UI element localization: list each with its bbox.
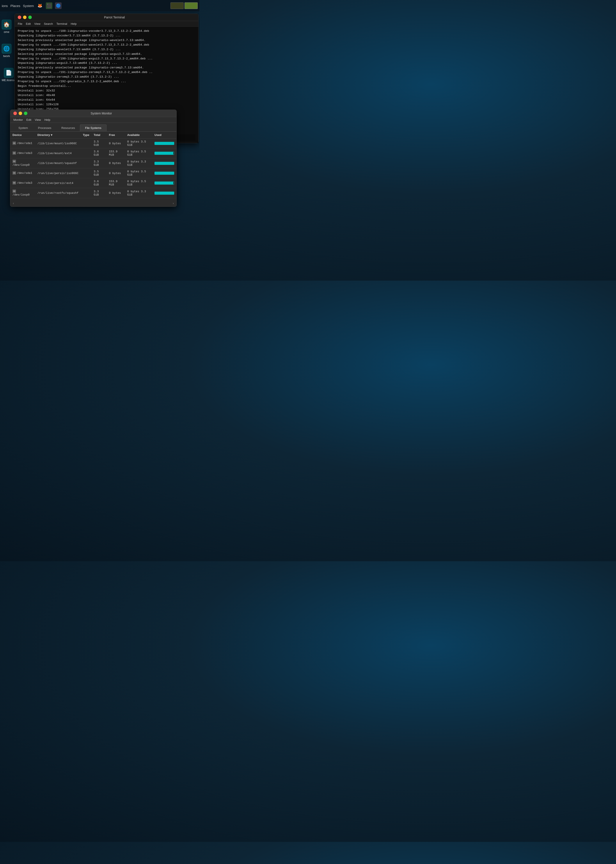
- cell-type: [81, 158, 91, 168]
- menu-view[interactable]: View: [34, 22, 40, 25]
- menu-terminal[interactable]: Terminal: [57, 22, 67, 25]
- sysmon-titlebar: System Monitor: [10, 110, 176, 117]
- sysmon-menubar: Monitor Edit View Help: [10, 117, 176, 123]
- sysmon-minimize-button[interactable]: [19, 112, 22, 115]
- minimize-button[interactable]: [23, 16, 27, 19]
- cell-used: [152, 168, 176, 178]
- terminal-line: Unpacking libgnuradio-wavelet3.7.13:amd6…: [18, 47, 195, 52]
- cell-total: 3.6 GiB: [91, 178, 107, 188]
- terminal-line: Unpacking libgnuradio-zeromq3.7.13:amd64…: [18, 75, 195, 79]
- tab-processes[interactable]: Processes: [33, 124, 56, 131]
- terminal-line: Uninstall icon: 64x64: [18, 98, 195, 102]
- terminal-line: Unpacking libgnuradio-vocoder3.7.13:amd6…: [18, 33, 195, 38]
- cell-directory: /run/live/persis!iso966C: [35, 168, 81, 178]
- cell-directory: /run/live/rootfs/squashf: [35, 188, 81, 198]
- terminal-line: Uninstall icon: 48x48: [18, 93, 195, 98]
- desktop-icon-home[interactable]: 🏠 ome: [2, 20, 11, 33]
- taskbar-label-system[interactable]: System: [23, 4, 34, 8]
- col-directory[interactable]: Directory ▾: [35, 132, 81, 138]
- sysmon-maximize-button[interactable]: [24, 112, 27, 115]
- cell-device: /dev/sda3: [10, 148, 35, 158]
- col-used: Used: [152, 132, 176, 138]
- taskbar-label-places[interactable]: Places: [11, 4, 20, 8]
- terminal-line: Selecting previously unselected package …: [18, 38, 195, 43]
- col-total: Total: [91, 132, 107, 138]
- table-row: /dev/sda3/lib/live/mount/ext43.6 GiB153.…: [10, 148, 176, 158]
- file-icon-label: ME.license: [2, 79, 16, 82]
- terminal-line: Selecting previously unselected package …: [18, 66, 195, 70]
- scroll-right[interactable]: ›: [173, 202, 174, 205]
- menu-search[interactable]: Search: [44, 22, 53, 25]
- col-free: Free: [107, 132, 125, 138]
- menu-help[interactable]: Help: [71, 22, 77, 25]
- cell-used: [152, 188, 176, 198]
- cell-used: [152, 158, 176, 168]
- applet-taskbar-icon[interactable]: 🔵: [55, 2, 61, 9]
- taskbar-label-ions[interactable]: ions: [2, 4, 8, 8]
- sysmon-window: System Monitor Monitor Edit View Help Sy…: [10, 110, 177, 207]
- table-body: /dev/sda1/lib/live/mount/iso966C3.5 GiB0…: [10, 138, 176, 198]
- table-row: /dev/loop0/run/live/rootfs/squashf3.3 Gi…: [10, 188, 176, 198]
- sysmon-menu-monitor[interactable]: Monitor: [13, 118, 23, 121]
- cell-type: [81, 188, 91, 198]
- sysmon-scrollbar: ‹ ›: [10, 200, 176, 206]
- sysmon-menu-edit[interactable]: Edit: [26, 118, 31, 121]
- table-header: Device Directory ▾ Type Total Free Avail…: [10, 132, 176, 138]
- table-row: /dev/sda1/lib/live/mount/iso966C3.5 GiB0…: [10, 138, 176, 148]
- home-icon-label: ome: [4, 30, 9, 33]
- sysmon-close-button[interactable]: [13, 112, 17, 115]
- terminal-line: Preparing to unpack .../192-gnuradio_3.7…: [18, 79, 195, 84]
- sysmon-menu-view[interactable]: View: [35, 118, 41, 121]
- cell-directory: /lib/live/mount/squashf: [35, 158, 81, 168]
- tab-resources[interactable]: Resources: [56, 124, 80, 131]
- desktop-icon-file[interactable]: 📄 ME.license: [2, 68, 16, 82]
- terminal-taskbar-icon[interactable]: ⬛: [46, 2, 52, 9]
- sysmon-menu-help[interactable]: Help: [44, 118, 50, 121]
- cell-device: /dev/sda3: [10, 178, 35, 188]
- cell-total: 3.6 GiB: [91, 148, 107, 158]
- cell-total: 3.5 GiB: [91, 138, 107, 148]
- file-icon: 📄: [4, 68, 14, 78]
- firefox-icon[interactable]: 🦊: [36, 2, 43, 9]
- cell-used: [152, 148, 176, 158]
- terminal-line: Uninstall icon: 32x32: [18, 88, 195, 93]
- cell-total: 3.5 GiB: [91, 168, 107, 178]
- menu-file[interactable]: File: [18, 22, 22, 25]
- cell-available: 0 bytes 3.3 GiB: [125, 158, 152, 168]
- cell-device: /dev/loop0: [10, 188, 35, 198]
- terminal-line: Selecting previously unselected package …: [18, 52, 195, 57]
- terminal-menubar: File Edit View Search Terminal Help: [15, 21, 198, 27]
- cell-directory: /lib/live/mount/ext4: [35, 148, 81, 158]
- table-row: /dev/sda1/run/live/persis!iso966C3.5 GiB…: [10, 168, 176, 178]
- cell-type: [81, 138, 91, 148]
- cell-available: 0 bytes 3.5 GiB: [125, 138, 152, 148]
- tab-system[interactable]: System: [13, 124, 33, 131]
- cell-free: 0 bytes: [107, 188, 125, 198]
- cell-used: [152, 178, 176, 188]
- audio-widget: [170, 2, 184, 9]
- cell-free: 0 bytes: [107, 158, 125, 168]
- cell-device: /dev/sda1: [10, 138, 35, 148]
- desktop-icon-network[interactable]: 🌐 twork: [2, 44, 11, 58]
- cell-free: 153.9 MiB: [107, 178, 125, 188]
- terminal-titlebar: Parrot Terminal: [15, 14, 198, 21]
- cell-type: [81, 178, 91, 188]
- tab-file-systems[interactable]: File Systems: [80, 124, 106, 131]
- sysmon-title: System Monitor: [29, 112, 173, 115]
- cell-type: [81, 148, 91, 158]
- col-type: Type: [81, 132, 91, 138]
- cell-total: 3.3 GiB: [91, 158, 107, 168]
- cell-directory: /run/live/persis!ext4: [35, 178, 81, 188]
- cell-device: /dev/sda1: [10, 168, 35, 178]
- terminal-line: Preparing to unpack .../191-libgnuradio-…: [18, 70, 195, 75]
- maximize-button[interactable]: [28, 16, 32, 19]
- close-button[interactable]: [18, 16, 21, 19]
- terminal-line: Preparing to unpack .../189-libgnuradio-…: [18, 43, 195, 47]
- terminal-line: Preparing to unpack .../190-libgnuradio-…: [18, 57, 195, 61]
- cell-type: [81, 168, 91, 178]
- cell-available: 0 bytes 3.5 GiB: [125, 168, 152, 178]
- menu-edit[interactable]: Edit: [26, 22, 31, 25]
- scroll-left[interactable]: ‹: [13, 202, 14, 205]
- home-icon: 🏠: [2, 20, 11, 29]
- cell-available: 0 bytes 3.5 GiB: [125, 148, 152, 158]
